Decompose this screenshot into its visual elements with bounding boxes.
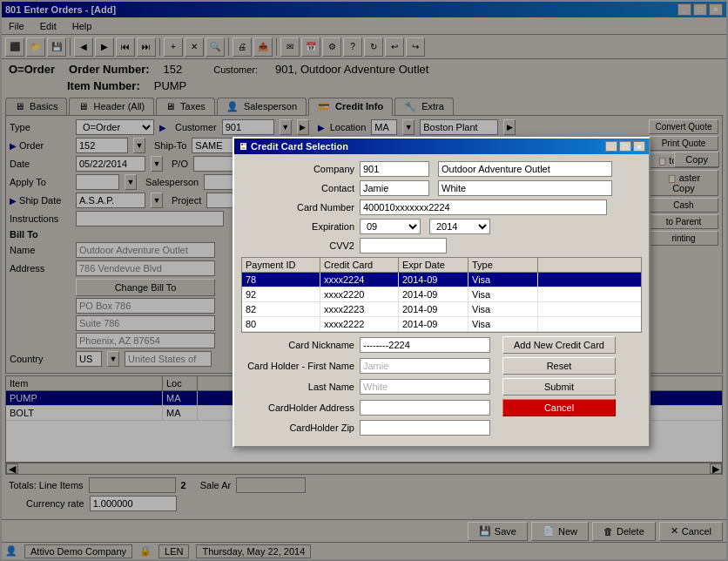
dialog-holder-zip-row: CardHolder Zip <box>241 420 642 436</box>
exp-month-select[interactable]: 09 <box>360 219 421 234</box>
payment-row-1[interactable]: 78 xxxx2224 2014-09 Visa <box>242 273 641 287</box>
expiration-label: Expiration <box>241 221 354 232</box>
cardholder-address-input[interactable] <box>360 400 490 416</box>
contact-last-input[interactable] <box>438 180 612 196</box>
dialog-contact-row: Contact <box>241 180 642 196</box>
type-1: Visa <box>468 273 538 287</box>
type-3: Visa <box>468 302 538 316</box>
dialog-minimize-btn[interactable]: _ <box>605 141 617 152</box>
payment-id-4: 80 <box>242 317 320 331</box>
credit-card-4: xxxx2222 <box>320 317 399 331</box>
dialog-title-controls: _ □ × <box>605 141 645 152</box>
dialog-cvv2-row: CVV2 <box>241 238 642 253</box>
type-4: Visa <box>468 317 538 331</box>
credit-card-2: xxxx2220 <box>320 287 399 301</box>
expr-date-1: 2014-09 <box>399 273 468 287</box>
cvv2-input[interactable] <box>360 238 447 253</box>
payment-id-header: Payment ID <box>242 258 320 272</box>
payment-row-3[interactable]: 82 xxxx2223 2014-09 Visa <box>242 302 641 317</box>
cardholder-zip-input[interactable] <box>360 420 490 436</box>
dialog-title-text: Credit Card Selection <box>251 141 348 152</box>
submit-btn[interactable]: Submit <box>502 378 616 395</box>
card-number-label: Card Number <box>241 202 354 213</box>
cardholder-address-label: CardHolder Address <box>241 402 354 413</box>
dialog-expiration-row: Expiration 09 2014 <box>241 219 642 234</box>
cancel-btn[interactable]: Cancel <box>502 399 616 416</box>
expr-date-4: 2014-09 <box>399 317 468 331</box>
expr-date-header: Expr Date <box>399 258 468 272</box>
dialog-holder-first-row: Card Holder - First Name Reset <box>241 357 642 375</box>
dialog-nickname-row: Card Nickname Add New Credit Card <box>241 336 642 354</box>
last-name-input[interactable] <box>360 379 490 395</box>
dialog-holder-address-row: CardHolder Address Cancel <box>241 399 642 416</box>
expr-date-3: 2014-09 <box>399 302 468 316</box>
credit-card-header: Credit Card <box>320 258 399 272</box>
contact-label: Contact <box>241 183 354 193</box>
dialog-card-number-row: Card Number <box>241 199 642 215</box>
card-nickname-label: Card Nickname <box>241 340 354 350</box>
credit-card-3: xxxx2223 <box>320 302 399 316</box>
payment-id-2: 92 <box>242 287 320 301</box>
payment-row-4[interactable]: 80 xxxx2222 2014-09 Visa <box>242 317 641 332</box>
cardholder-zip-label: CardHolder Zip <box>241 422 354 433</box>
card-holder-first-input[interactable] <box>360 358 490 374</box>
type-header: Type <box>468 258 538 272</box>
payment-id-3: 82 <box>242 302 320 316</box>
credit-card-dialog: 🖥 Credit Card Selection _ □ × Company Co… <box>233 137 650 448</box>
dialog-last-name-row: Last Name Submit <box>241 378 642 395</box>
cvv2-label: CVV2 <box>241 240 354 251</box>
dialog-title-bar: 🖥 Credit Card Selection _ □ × <box>234 139 649 154</box>
payments-grid-header: Payment ID Credit Card Expr Date Type <box>242 258 641 273</box>
reset-btn[interactable]: Reset <box>502 357 616 375</box>
payments-grid: Payment ID Credit Card Expr Date Type 78… <box>241 257 642 333</box>
company-name-input[interactable] <box>438 161 612 177</box>
type-2: Visa <box>468 287 538 301</box>
company-id-input[interactable] <box>360 161 429 177</box>
dialog-content: Company Contact Card Number Expiration 0… <box>234 154 649 446</box>
contact-first-input[interactable] <box>360 180 429 196</box>
add-new-credit-card-btn[interactable]: Add New Credit Card <box>502 336 616 354</box>
credit-card-1: xxxx2224 <box>320 273 399 287</box>
card-nickname-input[interactable] <box>360 337 490 353</box>
card-number-input[interactable] <box>360 199 607 215</box>
dialog-close-btn[interactable]: × <box>633 141 645 152</box>
dialog-company-row: Company <box>241 161 642 177</box>
card-holder-first-label: Card Holder - First Name <box>241 361 354 371</box>
payment-row-2[interactable]: 92 xxxx2220 2014-09 Visa <box>242 287 641 302</box>
exp-year-select[interactable]: 2014 <box>429 219 490 234</box>
dialog-title-icon: 🖥 <box>238 141 247 152</box>
dialog-maximize-btn[interactable]: □ <box>619 141 631 152</box>
expr-date-2: 2014-09 <box>399 287 468 301</box>
company-label: Company <box>241 164 354 174</box>
last-name-label: Last Name <box>241 382 354 392</box>
payment-id-1: 78 <box>242 273 320 287</box>
